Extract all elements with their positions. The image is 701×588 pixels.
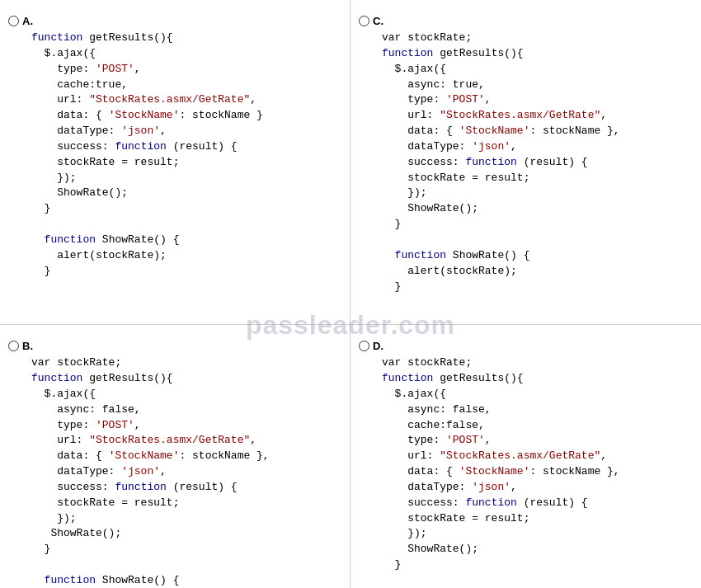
quadrant-c: C. var stockRate; function getResults(){… [350, 0, 701, 325]
code-c: var stockRate; function getResults(){ $.… [382, 31, 686, 294]
quadrant-a: A. function getResults(){ $.ajax({ type:… [0, 0, 350, 325]
code-b: var stockRate; function getResults(){ $.… [31, 355, 335, 588]
code-a: function getResults(){ $.ajax({ type: 'P… [31, 31, 335, 280]
option-d-label[interactable]: D. [359, 340, 686, 352]
letter-d: D. [373, 340, 383, 352]
letter-b: B. [22, 340, 33, 352]
radio-d[interactable] [359, 341, 369, 351]
letter-a: A. [22, 15, 33, 27]
option-b-label[interactable]: B. [8, 340, 335, 352]
code-d: var stockRate; function getResults(){ $.… [382, 355, 686, 588]
radio-c[interactable] [359, 16, 369, 26]
quadrant-d: D. var stockRate; function getResults(){… [350, 325, 701, 588]
quadrant-b: B. var stockRate; function getResults(){… [0, 325, 350, 588]
quiz-page: A. function getResults(){ $.ajax({ type:… [0, 0, 701, 588]
letter-c: C. [373, 15, 383, 27]
radio-a[interactable] [8, 16, 19, 26]
option-a-label[interactable]: A. [8, 15, 335, 27]
option-c-label[interactable]: C. [359, 15, 686, 27]
radio-b[interactable] [8, 341, 19, 351]
